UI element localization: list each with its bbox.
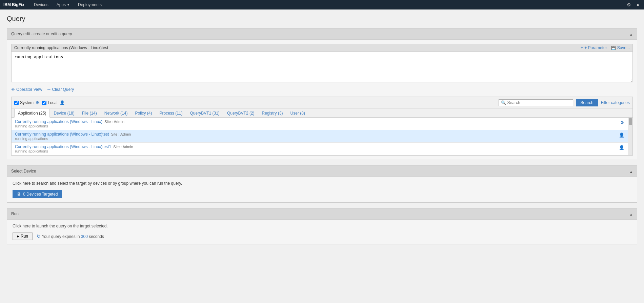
apps-dropdown-arrow: ▼ [67, 3, 70, 6]
tab-4[interactable]: Policy (4) [131, 109, 156, 117]
tabs-row: Application (25)Device (18)File (14)Netw… [12, 109, 632, 118]
query-search-input-wrap: 🔍 [499, 99, 573, 106]
local-checkbox-label[interactable]: Local 👤 [42, 100, 65, 105]
query-list-search-row: System ⚙ Local 👤 🔍 Search Filter categ [12, 97, 632, 109]
select-device-section: Select Device Click here to search and s… [7, 165, 637, 203]
query-item-site-1: Site : Admin [111, 132, 131, 136]
query-list-scrollbar[interactable] [628, 118, 632, 155]
topnav-icons: ⚙ ● [625, 1, 641, 8]
devices-targeted-label: 0 Devices Targeted [23, 192, 58, 197]
top-navigation: IBM BigFix Devices Apps ▼ Deployments ⚙ … [0, 0, 644, 9]
run-section-header-label: Run [11, 211, 19, 216]
nav-devices[interactable]: Devices [30, 0, 53, 9]
tab-2[interactable]: File (14) [78, 109, 101, 117]
monitor-icon: 🖥 [17, 191, 21, 197]
eye-icon [11, 87, 15, 92]
page-content: Query Query edit - create or edit a quer… [0, 9, 644, 255]
run-section: Run Click here to launch the query on th… [7, 208, 637, 244]
query-list-item-0[interactable]: Currently running applications (Windows … [12, 118, 628, 130]
select-device-header: Select Device [7, 166, 637, 177]
query-item-title-2: Currently running applications (Windows … [15, 144, 111, 149]
nav-apps[interactable]: Apps ▼ [53, 0, 74, 9]
query-list-item-1[interactable]: Currently running applications (Windows … [12, 130, 628, 143]
run-section-body: Click here to launch the query on the ta… [7, 220, 637, 244]
local-label: Local [48, 100, 58, 105]
parameter-button[interactable]: + Parameter [581, 45, 607, 50]
page-title: Query [7, 15, 637, 23]
query-item-site-2: Site : Admin [113, 145, 133, 149]
clear-query-button[interactable]: Clear Query [47, 87, 74, 92]
query-edit-header: Query edit - create or edit a query [7, 28, 637, 40]
run-section-collapse-btn[interactable] [629, 211, 633, 217]
query-item-site-0: Site : Admin [104, 120, 124, 124]
run-button[interactable]: ▶ Run [13, 233, 33, 240]
query-edit-body: Currently running applications (Windows … [7, 40, 637, 160]
query-item-user-icon-2: 👤 [619, 145, 624, 150]
tab-8[interactable]: Registry (3) [258, 109, 287, 117]
select-device-collapse-btn[interactable] [629, 168, 633, 174]
tab-0[interactable]: Application (25) [14, 109, 50, 118]
plus-icon [581, 45, 583, 50]
save-icon [611, 45, 616, 50]
query-item-desc-0: running applications [15, 124, 124, 128]
query-editor-title: Currently running applications (Windows … [14, 45, 108, 50]
tab-6[interactable]: QueryBVT1 (31) [186, 109, 223, 117]
run-arrow-icon: ▶ [17, 235, 19, 238]
user-icon[interactable]: ● [635, 1, 641, 8]
tab-9[interactable]: User (8) [287, 109, 309, 117]
query-list-panel: System ⚙ Local 👤 🔍 Search Filter categ [11, 97, 633, 156]
query-item-user-icon-1: 👤 [619, 133, 624, 138]
query-edit-collapse-btn[interactable] [629, 31, 633, 37]
run-expire-text: Your query expires in 300 seconds [37, 234, 104, 239]
save-button[interactable]: Save... [611, 45, 630, 50]
system-icon: ⚙ [36, 100, 39, 105]
query-item-title-0: Currently running applications (Windows … [15, 119, 102, 124]
tab-5[interactable]: Process (11) [156, 109, 186, 117]
query-edit-header-label: Query edit - create or edit a query [11, 32, 72, 36]
tab-7[interactable]: QueryBVT2 (2) [223, 109, 258, 117]
local-checkbox[interactable] [42, 101, 46, 105]
system-label: System [20, 100, 34, 105]
query-item-desc-2: running applications [15, 149, 133, 153]
select-device-description: Click here to search and select the targ… [13, 181, 631, 186]
select-device-header-label: Select Device [11, 169, 36, 174]
nav-deployments[interactable]: Deployments [74, 0, 106, 9]
settings-icon[interactable]: ⚙ [625, 1, 632, 8]
devices-targeted-button[interactable]: 🖥 0 Devices Targeted [13, 190, 62, 198]
run-row: ▶ Run Your query expires in 300 seconds [13, 233, 631, 240]
tab-3[interactable]: Network (14) [101, 109, 132, 117]
tab-1[interactable]: Device (18) [50, 109, 78, 117]
run-section-header: Run [7, 208, 637, 220]
query-edit-section: Query edit - create or edit a query Curr… [7, 28, 637, 160]
system-checkbox-label[interactable]: System ⚙ [14, 100, 39, 105]
filter-categories-link[interactable]: Filter categories [601, 100, 630, 105]
local-user-icon: 👤 [60, 100, 65, 105]
query-actions: + Parameter Save... [581, 45, 630, 50]
expire-seconds: 300 [81, 234, 88, 239]
system-checkbox[interactable] [14, 101, 19, 105]
query-item-title-1: Currently running applications (Windows … [15, 132, 109, 137]
query-textarea[interactable]: running applications [11, 52, 633, 82]
query-search-button[interactable]: Search [576, 99, 598, 106]
run-description: Click here to launch the query on the ta… [13, 224, 631, 228]
brand-name: IBM BigFix [3, 2, 24, 7]
query-list: Currently running applications (Windows … [12, 118, 632, 155]
query-toolbar: Operator View Clear Query [11, 85, 633, 94]
refresh-icon [37, 234, 41, 239]
search-magnifier-icon: 🔍 [501, 100, 506, 105]
query-item-system-icon-0: ⚙ [620, 120, 624, 125]
edit-icon [47, 87, 51, 92]
operator-view-button[interactable]: Operator View [11, 87, 42, 92]
select-device-body: Click here to search and select the targ… [7, 177, 637, 202]
query-title-row: Currently running applications (Windows … [11, 44, 633, 52]
query-search-input[interactable] [507, 100, 571, 105]
query-item-desc-1: running applications [15, 137, 131, 141]
query-list-item-2[interactable]: Currently running applications (Windows … [12, 143, 628, 155]
